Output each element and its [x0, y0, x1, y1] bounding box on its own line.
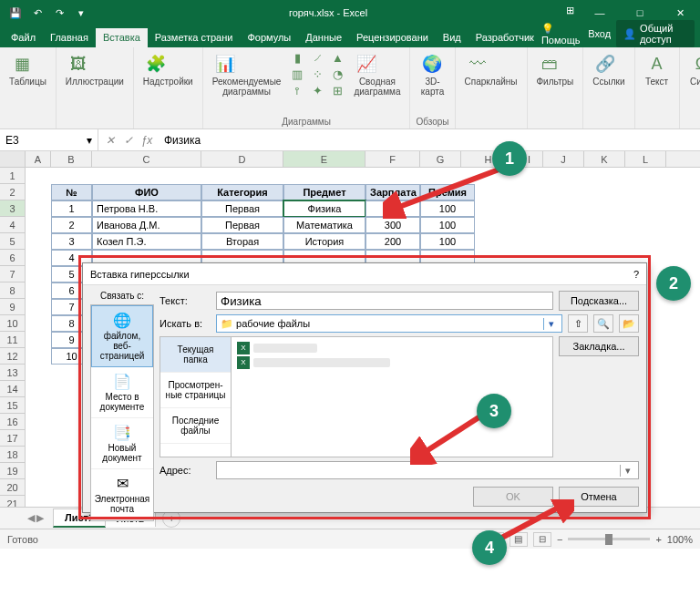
page-layout-icon[interactable]: ▤	[510, 532, 528, 547]
row-header[interactable]: 6	[0, 250, 25, 266]
col-header[interactable]: F	[365, 151, 420, 167]
col-header[interactable]: E	[283, 151, 365, 167]
row-header[interactable]: 13	[0, 365, 25, 381]
bar-chart-icon[interactable]: ▮	[288, 49, 306, 66]
chevron-down-icon[interactable]: ▾	[543, 318, 558, 330]
ok-button[interactable]: OK	[473, 487, 553, 507]
addins-button[interactable]: 🧩Надстройки	[139, 49, 197, 88]
row-header[interactable]: 10	[0, 315, 25, 332]
row-header[interactable]: 8	[0, 282, 25, 299]
row-header[interactable]: 14	[0, 381, 25, 397]
col-header[interactable]: K	[584, 151, 625, 167]
cell-reference-input[interactable]	[5, 134, 87, 147]
undo-icon[interactable]: ↶	[27, 3, 47, 23]
link-web-option[interactable]: 🌐файлом, веб-страницей	[91, 305, 153, 367]
table-cell[interactable]: Вторая	[201, 233, 283, 250]
zoom-in-icon[interactable]: +	[655, 534, 661, 545]
enter-formula-icon[interactable]: ✓	[120, 134, 137, 147]
table-cell[interactable]: 300	[365, 217, 420, 233]
symbols-button[interactable]: ΩСимв	[685, 49, 701, 88]
address-input[interactable]	[221, 464, 620, 478]
signin-link[interactable]: Вход	[588, 28, 611, 39]
pivot-chart-button[interactable]: 📈Сводная диаграмма	[350, 49, 404, 98]
row-header[interactable]: 1	[0, 168, 25, 184]
share-button[interactable]: 👤 Общий доступ	[616, 20, 695, 47]
qat-dropdown-icon[interactable]: ▾	[71, 3, 91, 23]
sparklines-button[interactable]: 〰Спарклайны	[461, 49, 521, 88]
list-item[interactable]: X	[235, 341, 549, 355]
recommended-charts-button[interactable]: 📊Рекомендуемые диаграммы	[209, 49, 285, 98]
links-button[interactable]: 🔗Ссылки	[589, 49, 628, 88]
filters-button[interactable]: 🗃Фильтры	[533, 49, 578, 88]
row-header[interactable]: 2	[0, 184, 25, 200]
screentip-button[interactable]: Подсказка...	[559, 291, 639, 311]
table-header[interactable]: Премия	[420, 184, 475, 200]
tab-data[interactable]: Данные	[298, 28, 349, 47]
row-header[interactable]: 15	[0, 397, 25, 414]
row-header[interactable]: 18	[0, 447, 25, 463]
table-cell[interactable]: 2	[51, 217, 92, 233]
table-header[interactable]: ФИО	[92, 184, 201, 200]
browse-file-icon[interactable]: 📂	[619, 314, 639, 333]
ribbon-options-icon[interactable]: ⊞	[560, 0, 580, 20]
zoom-level[interactable]: 100%	[667, 534, 693, 545]
cancel-button[interactable]: Отмена	[559, 487, 639, 507]
row-header[interactable]: 20	[0, 479, 25, 496]
tab-layout[interactable]: Разметка страни	[148, 28, 241, 47]
tab-insert[interactable]: Вставка	[96, 28, 148, 47]
col-header[interactable]: G	[420, 151, 461, 167]
page-break-icon[interactable]: ⊟	[533, 532, 551, 547]
save-icon[interactable]: 💾	[5, 3, 26, 23]
row-header[interactable]: 17	[0, 430, 25, 447]
table-cell[interactable]: Математика	[283, 217, 365, 233]
browse-web-icon[interactable]: 🔍	[593, 314, 613, 333]
table-cell[interactable]: 100	[420, 217, 475, 233]
combo-chart-icon[interactable]: ⊞	[328, 82, 346, 98]
table-cell[interactable]: История	[283, 233, 365, 250]
scatter-chart-icon[interactable]: ⁘	[308, 66, 326, 82]
row-header[interactable]: 3	[0, 200, 25, 217]
zoom-out-icon[interactable]: −	[557, 534, 562, 545]
cancel-formula-icon[interactable]: ✕	[102, 134, 118, 147]
chevron-down-icon[interactable]: ▾	[620, 465, 634, 477]
redo-icon[interactable]: ↷	[49, 3, 69, 23]
table-header[interactable]: №	[51, 184, 92, 200]
row-header[interactable]: 12	[0, 348, 25, 365]
fx-icon[interactable]: ƒx	[139, 134, 155, 147]
table-cell[interactable]: 100	[420, 200, 475, 217]
sheet-nav-next-icon[interactable]: ▶	[36, 512, 44, 524]
display-text-input[interactable]	[216, 292, 553, 310]
browsed-pages-tab[interactable]: Просмотрен-ные страницы	[160, 373, 231, 408]
row-header[interactable]: 11	[0, 332, 25, 348]
table-cell[interactable]: Физика	[283, 200, 365, 217]
col-header[interactable]: C	[92, 151, 201, 167]
col-header[interactable]: B	[51, 151, 92, 167]
col-header[interactable]: A	[26, 151, 51, 167]
text-button[interactable]: AТекст	[641, 49, 674, 88]
line-chart-icon[interactable]: ⟋	[308, 49, 326, 66]
formula-input[interactable]	[164, 134, 695, 147]
tab-home[interactable]: Главная	[43, 28, 96, 47]
recent-files-tab[interactable]: Последние файлы	[160, 408, 231, 444]
pie-chart-icon[interactable]: ◔	[328, 66, 346, 82]
table-cell[interactable]: 3	[51, 233, 92, 250]
up-folder-icon[interactable]: ⇧	[568, 314, 588, 333]
col-header[interactable]: L	[625, 151, 666, 167]
illustrations-button[interactable]: 🖼Иллюстрации	[62, 49, 128, 88]
col-header[interactable]: D	[201, 151, 283, 167]
help-indicator[interactable]: 💡 Помощь	[541, 23, 582, 46]
radar-chart-icon[interactable]: ✦	[308, 82, 326, 98]
table-header[interactable]: Зарплата	[365, 184, 420, 200]
current-folder-tab[interactable]: Текущая папка	[160, 337, 231, 373]
3d-map-button[interactable]: 🌍3D-карта	[416, 49, 448, 98]
tab-developer[interactable]: Разработчик	[468, 28, 541, 47]
link-email-option[interactable]: ✉Электронная почта	[91, 469, 153, 520]
row-header[interactable]: 9	[0, 299, 25, 315]
address-combo[interactable]: ▾	[216, 461, 639, 479]
table-cell[interactable]: Первая	[201, 217, 283, 233]
select-all-corner[interactable]	[0, 151, 26, 167]
row-header[interactable]: 21	[0, 496, 25, 507]
tab-file[interactable]: Файл	[4, 28, 43, 47]
folder-combo[interactable]: 📁 рабочие файлы ▾	[216, 314, 562, 333]
row-header[interactable]: 16	[0, 414, 25, 430]
